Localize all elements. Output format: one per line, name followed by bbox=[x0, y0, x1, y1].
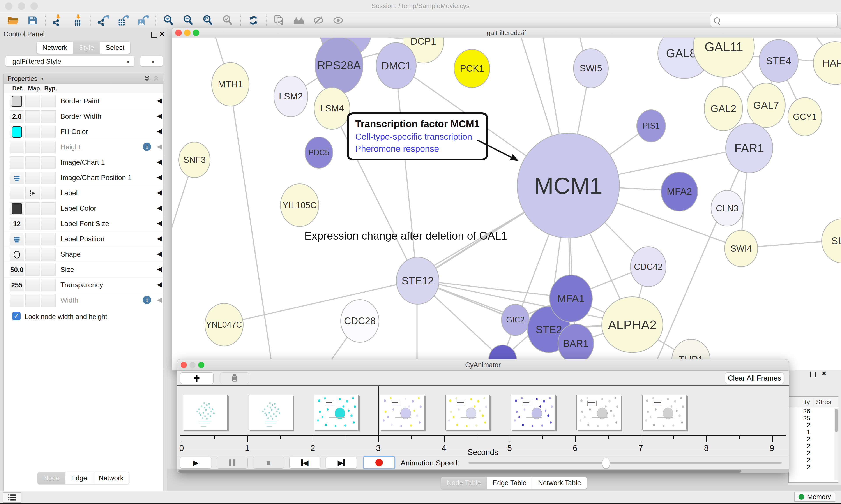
memory-indicator[interactable]: Memory bbox=[794, 492, 835, 502]
tab-style[interactable]: Style bbox=[73, 42, 100, 54]
collapse-arrow-icon[interactable]: ◀ bbox=[157, 265, 162, 273]
node-gcy1[interactable]: GCY1 bbox=[788, 97, 822, 136]
style-select[interactable]: galFiltered Style ▾ bbox=[5, 56, 135, 67]
frame-thumbnail-5[interactable] bbox=[511, 395, 556, 430]
property-row-label-color[interactable]: Label Color◀ bbox=[3, 201, 163, 216]
table-row[interactable]: 2 bbox=[789, 464, 838, 470]
property-row-label[interactable]: Label◀ bbox=[3, 185, 163, 201]
property-row-image-chart-position-1[interactable]: Image/Chart Position 1◀ bbox=[3, 170, 163, 185]
node-bar1[interactable]: BAR1 bbox=[558, 324, 594, 363]
slider-thumb[interactable] bbox=[602, 457, 610, 469]
info-icon[interactable]: i bbox=[143, 143, 151, 151]
mapping-cell[interactable] bbox=[25, 279, 40, 291]
mapping-cell[interactable] bbox=[25, 248, 40, 261]
frame-thumbnail-0[interactable] bbox=[183, 395, 228, 430]
timeline-area[interactable]: Seconds 0123456789 bbox=[177, 386, 789, 449]
default-value-cell[interactable]: 255 bbox=[10, 279, 24, 291]
skip-to-start-button[interactable]: ◀ bbox=[289, 457, 320, 469]
node-cln3[interactable]: CLN3 bbox=[711, 190, 744, 227]
bypass-cell[interactable] bbox=[41, 187, 56, 199]
refresh-view-icon[interactable] bbox=[247, 14, 260, 27]
column-stress[interactable]: Stres bbox=[816, 398, 831, 406]
tab-select[interactable]: Select bbox=[100, 42, 130, 54]
default-value-cell[interactable] bbox=[10, 95, 24, 108]
table-row[interactable]: 26 bbox=[789, 408, 838, 414]
node-cdc28[interactable]: CDC28 bbox=[340, 299, 379, 343]
mapping-cell[interactable] bbox=[25, 110, 40, 123]
property-row-width[interactable]: Widthi◀ bbox=[3, 293, 163, 308]
property-row-shape[interactable]: Shape◀ bbox=[3, 247, 163, 262]
bypass-cell[interactable] bbox=[41, 294, 56, 307]
table-scrollbar[interactable] bbox=[835, 408, 838, 480]
open-session-icon[interactable] bbox=[6, 14, 20, 27]
bypass-cell[interactable] bbox=[41, 172, 56, 184]
mapping-cell[interactable] bbox=[25, 126, 40, 138]
table-tab-network-table[interactable]: Network Table bbox=[532, 477, 587, 489]
node-pck1[interactable]: PCK1 bbox=[454, 49, 490, 88]
node-mcm1[interactable]: MCM1 bbox=[517, 133, 620, 238]
lock-size-checkbox[interactable]: ✓ bbox=[12, 312, 21, 320]
property-row-fill-color[interactable]: Fill Color◀ bbox=[3, 124, 163, 140]
search-input[interactable] bbox=[710, 14, 838, 28]
timeline-scrollbar[interactable] bbox=[177, 469, 789, 473]
node-lsm4[interactable]: LSM4 bbox=[314, 87, 350, 130]
style-options-button[interactable]: ▾ bbox=[140, 56, 163, 67]
property-row-size[interactable]: 50.0Size◀ bbox=[3, 262, 163, 277]
table-tab-edge-table[interactable]: Edge Table bbox=[487, 477, 532, 489]
import-table-icon[interactable] bbox=[71, 14, 85, 27]
frame-thumbnail-7[interactable] bbox=[642, 395, 687, 430]
mapping-cell[interactable] bbox=[25, 172, 40, 184]
export-network-icon[interactable] bbox=[97, 14, 110, 27]
table-row[interactable]: 2 bbox=[789, 449, 838, 456]
default-value-cell[interactable] bbox=[10, 202, 24, 215]
skip-to-end-button[interactable]: ▶ bbox=[326, 457, 357, 469]
property-row-transparency[interactable]: 255Transparency◀ bbox=[3, 277, 163, 293]
mapping-cell[interactable] bbox=[25, 141, 40, 154]
default-value-cell[interactable] bbox=[10, 233, 24, 246]
node-snf3[interactable]: SNF3 bbox=[179, 142, 211, 178]
bypass-cell[interactable] bbox=[41, 141, 56, 154]
default-value-cell[interactable] bbox=[10, 248, 24, 261]
table-tab-node-table[interactable]: Node Table bbox=[441, 477, 487, 489]
cyanimator-titlebar[interactable]: CyAnimator bbox=[177, 360, 789, 371]
save-session-icon[interactable] bbox=[26, 14, 39, 27]
frame-thumbnail-3[interactable] bbox=[380, 395, 425, 430]
node-gic2[interactable]: GIC2 bbox=[501, 304, 530, 336]
node-ste12[interactable]: STE12 bbox=[396, 257, 439, 305]
mapping-cell[interactable] bbox=[25, 264, 40, 276]
table-row[interactable]: 2 bbox=[789, 421, 838, 429]
default-value-cell[interactable] bbox=[10, 126, 24, 138]
float-panel-icon[interactable] bbox=[810, 372, 816, 377]
property-row-label-font-size[interactable]: 12Label Font Size◀ bbox=[3, 216, 163, 231]
mapping-cell[interactable] bbox=[25, 187, 40, 199]
collapse-arrow-icon[interactable]: ◀ bbox=[157, 281, 162, 288]
bypass-cell[interactable] bbox=[41, 233, 56, 246]
property-row-border-width[interactable]: 2.0Border Width◀ bbox=[3, 109, 163, 124]
default-value-cell[interactable] bbox=[10, 156, 24, 169]
stop-button[interactable]: ■ bbox=[253, 457, 284, 469]
expand-all-icon[interactable] bbox=[144, 75, 150, 82]
table-row[interactable]: 2 bbox=[789, 443, 838, 449]
node-ste4[interactable]: STE4 bbox=[759, 39, 799, 83]
first-neighbors-icon[interactable] bbox=[292, 14, 305, 27]
table-row[interactable]: 2 bbox=[789, 456, 838, 464]
bypass-cell[interactable] bbox=[41, 218, 56, 230]
node-cdc42[interactable]: CDC42 bbox=[630, 246, 666, 287]
style-tab-node[interactable]: Node bbox=[38, 472, 65, 484]
node-ynl047c[interactable]: YNL047C bbox=[204, 303, 244, 346]
close-panel-icon[interactable]: × bbox=[159, 29, 164, 39]
default-value-cell[interactable]: 12 bbox=[10, 218, 24, 230]
collapse-arrow-icon[interactable]: ◀ bbox=[157, 96, 162, 104]
collapse-arrow-icon[interactable]: ◀ bbox=[157, 143, 162, 150]
node-dmc1[interactable]: DMC1 bbox=[376, 42, 416, 89]
node-mth1[interactable]: MTH1 bbox=[211, 62, 249, 106]
tab-network[interactable]: Network bbox=[37, 42, 73, 54]
default-value-cell[interactable]: 2.0 bbox=[10, 110, 24, 123]
default-value-cell[interactable] bbox=[10, 294, 24, 307]
delete-frame-button[interactable] bbox=[220, 373, 249, 384]
network-caption[interactable]: Expression change after deletion of GAL1 bbox=[304, 230, 507, 242]
clone-view-icon[interactable] bbox=[272, 14, 286, 27]
collapse-arrow-icon[interactable]: ◀ bbox=[157, 234, 162, 242]
bypass-cell[interactable] bbox=[41, 95, 56, 108]
float-panel-icon[interactable] bbox=[151, 32, 157, 38]
